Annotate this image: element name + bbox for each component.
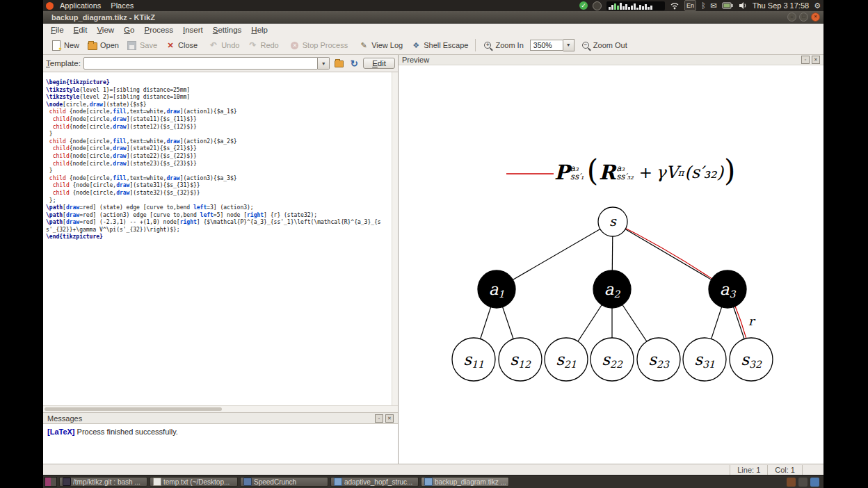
window-title: backup_diagram.tikz - KTikZ <box>51 13 155 22</box>
new-button[interactable]: New <box>47 39 83 51</box>
session-gear-icon[interactable]: ⚙ <box>814 1 821 10</box>
keyboard-layout-indicator[interactable]: En <box>684 0 696 11</box>
taskbar-tray-icon[interactable] <box>810 478 819 487</box>
view-log-button[interactable]: ✎View Log <box>355 39 407 51</box>
resize-grip[interactable] <box>802 465 823 475</box>
code-line[interactable]: child{node[circle,draw](state12){$s_{12}… <box>46 124 391 131</box>
menu-settings[interactable]: Settings <box>208 25 247 35</box>
preview-canvas[interactable]: sa1a2a3s11s12s21s22s23s31s32r P a₃ss′₁ (… <box>399 65 823 464</box>
template-label: Template: <box>46 59 81 67</box>
menu-edit[interactable]: Edit <box>69 25 93 35</box>
menu-go[interactable]: Go <box>119 25 139 35</box>
taskbar-item[interactable]: /tmp/ktikz.git : bash ... <box>59 477 147 487</box>
code-line[interactable]: child{node[circle,draw](state11){$s_{11}… <box>46 116 391 124</box>
code-line[interactable]: child {node[circle,fill,text=white,draw]… <box>46 108 391 116</box>
code-line[interactable]: \path[draw=red] (-2.3,1) -- +(1,0) node[… <box>46 219 391 234</box>
code-line[interactable]: child {node[circle,fill,text=white,draw]… <box>46 175 391 183</box>
menu-process[interactable]: Process <box>139 25 178 35</box>
detach-preview-icon[interactable]: ▫ <box>801 56 810 64</box>
close-preview-icon[interactable]: ✕ <box>812 56 820 64</box>
audio-spectrum-applet[interactable] <box>606 1 665 10</box>
zoom-level-combobox[interactable]: 350% ▼ <box>530 39 574 51</box>
template-combobox[interactable]: ▼ <box>83 57 330 70</box>
close-button[interactable]: × <box>811 13 820 22</box>
battery-icon[interactable] <box>722 1 733 10</box>
code-line[interactable]: \path[draw=red] (state) edge [curve to,b… <box>46 204 391 212</box>
zoom-dropdown-arrow-icon[interactable]: ▼ <box>563 39 574 51</box>
taskbar-item[interactable]: adaptive_hopf_struc... <box>330 477 419 487</box>
editor-code[interactable]: \begin{tikzpicture}\tikzstyle{level 1}=[… <box>43 72 392 405</box>
template-dropdown-arrow-icon[interactable]: ▼ <box>318 57 330 70</box>
mail-icon[interactable]: ✉ <box>711 1 717 10</box>
save-button[interactable]: Save <box>123 39 161 51</box>
time-tracker-icon[interactable] <box>593 1 602 10</box>
close-file-icon: ✕ <box>166 40 175 50</box>
desktop: Applications Places ✓ En ᛒ ✉ Thu Sep 3 1… <box>43 0 823 488</box>
zoom-level-value[interactable]: 350% <box>530 40 563 51</box>
bluetooth-icon[interactable]: ᛒ <box>701 1 706 10</box>
titlebar[interactable]: backup_diagram.tikz - KTikZ – □ × <box>43 11 823 24</box>
taskbar: /tmp/ktikz.git : bash ...temp.txt (~/Des… <box>43 475 823 488</box>
places-menu[interactable]: Places <box>107 0 137 11</box>
code-line[interactable]: \path[draw=red] (action3) edge [curve to… <box>46 212 391 220</box>
zoom-in-button[interactable]: +Zoom In <box>479 39 527 51</box>
clock[interactable]: Thu Sep 3 17:58 <box>753 1 809 10</box>
template-browse-button[interactable] <box>332 57 345 70</box>
menu-view[interactable]: View <box>92 25 119 35</box>
taskbar-item[interactable]: backup_diagram.tikz ... <box>421 477 509 487</box>
code-line[interactable]: \end{tikzpicture} <box>46 234 391 241</box>
code-line[interactable]: child{node[circle,draw](state22){$s_{22}… <box>46 153 391 161</box>
close-dock-icon[interactable]: ✕ <box>385 414 394 423</box>
preview-formula: P a₃ss′₁ ( R a₃ss′₃₂ + γV π (s′₃₂) ) <box>554 154 736 190</box>
undo-button[interactable]: ↶Undo <box>204 39 243 51</box>
taskbar-item[interactable]: temp.txt (~/Desktop... <box>150 477 238 487</box>
svg-text:r: r <box>748 314 756 328</box>
stop-process-button[interactable]: ✕Stop Process <box>286 39 352 51</box>
diagram-svg: sa1a2a3s11s12s21s22s23s31s32r <box>399 65 823 464</box>
editor-horizontal-scrollbar[interactable] <box>43 405 398 412</box>
menu-help[interactable]: Help <box>246 25 273 35</box>
maximize-button[interactable]: □ <box>799 13 808 22</box>
code-line[interactable]: \tikzstyle{level 1}=[sibling distance=25… <box>46 87 391 95</box>
applications-menu[interactable]: Applications <box>56 0 104 11</box>
menu-insert[interactable]: Insert <box>178 25 208 35</box>
zoom-out-button[interactable]: −Zoom Out <box>577 39 632 51</box>
minimize-button[interactable]: – <box>787 13 796 22</box>
panel-menus: Applications Places <box>43 0 137 11</box>
editor-vertical-scrollbar[interactable] <box>392 72 398 405</box>
calculator-icon <box>243 478 252 486</box>
code-line[interactable]: child{node[circle,draw](state23){$s_{23}… <box>46 161 391 168</box>
code-line[interactable]: }; <box>46 197 391 205</box>
code-line[interactable]: } <box>46 131 391 138</box>
workspace-switcher[interactable] <box>45 477 57 487</box>
taskbar-tray-icon[interactable] <box>798 478 807 487</box>
update-ok-icon[interactable]: ✓ <box>579 1 588 10</box>
code-line[interactable]: } <box>46 168 391 175</box>
shell-escape-button[interactable]: ❖Shell Escape <box>407 39 472 51</box>
close-file-button[interactable]: ✕Close <box>161 39 202 51</box>
code-line[interactable]: child{node[circle,draw](state21){$s_{21}… <box>46 145 391 153</box>
wifi-icon[interactable] <box>670 1 680 10</box>
template-combobox-value[interactable] <box>83 57 318 70</box>
open-button[interactable]: Open <box>83 39 123 51</box>
code-line[interactable]: child {node[circle,fill,text=white,draw]… <box>46 138 391 146</box>
code-line[interactable]: \begin{tikzpicture} <box>46 79 391 87</box>
taskbar-item[interactable]: SpeedCrunch <box>240 477 328 487</box>
code-line[interactable]: child {node[circle,draw](state32){$s_{32… <box>46 190 391 197</box>
code-line[interactable]: \node[circle,draw](state){$s$} <box>46 101 391 109</box>
messages-log[interactable]: [LaTeX] Process finished successfully. <box>43 424 398 464</box>
scrollbar-thumb[interactable] <box>45 407 222 411</box>
detach-dock-icon[interactable]: ▫ <box>375 414 383 423</box>
toolbar: New Open Save ✕Close ↶Undo ↷Redo ✕Stop P… <box>43 36 823 55</box>
template-edit-button[interactable]: Edit <box>363 58 395 69</box>
redo-button[interactable]: ↷Redo <box>243 39 282 51</box>
taskbar-tray-icon[interactable] <box>787 478 796 487</box>
code-line[interactable]: child {node[circle,draw](state31){$s_{31… <box>46 182 391 190</box>
volume-icon[interactable] <box>738 1 748 10</box>
menu-file[interactable]: File <box>46 25 69 35</box>
code-editor[interactable]: \begin{tikzpicture}\tikzstyle{level 1}=[… <box>43 72 398 405</box>
distributor-logo-icon[interactable] <box>46 2 54 10</box>
code-line[interactable]: \tikzstyle{level 2}=[sibling distance=10… <box>46 94 391 101</box>
text-editor-icon <box>153 478 161 486</box>
template-reload-button[interactable]: ↻ <box>348 57 360 70</box>
